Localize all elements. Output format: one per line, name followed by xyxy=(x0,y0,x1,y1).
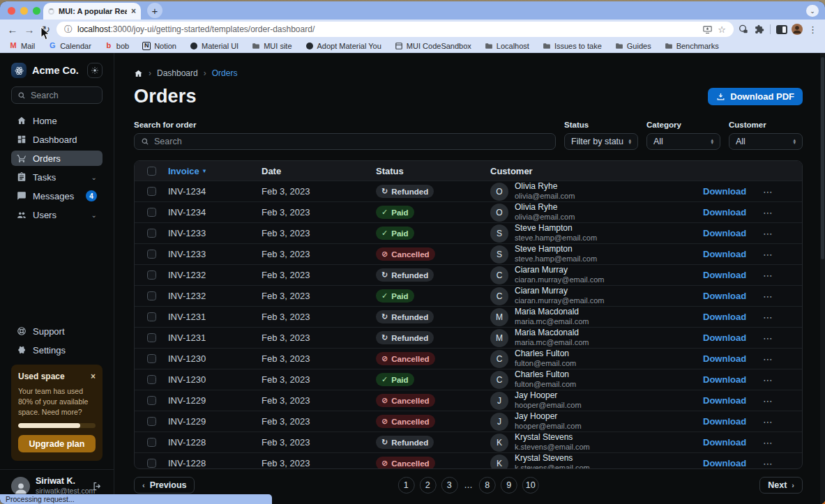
row-menu-kebab-icon[interactable]: ⋯ xyxy=(763,395,802,406)
row-menu-kebab-icon[interactable]: ⋯ xyxy=(763,374,802,385)
home-icon[interactable] xyxy=(134,69,143,78)
row-menu-kebab-icon[interactable]: ⋯ xyxy=(763,207,802,218)
address-bar[interactable]: ⓘ localhost:3000/joy-ui/getting-started/… xyxy=(56,22,734,37)
column-header-invoice[interactable]: Invoice ▾ xyxy=(168,166,262,176)
sidebar-search[interactable] xyxy=(11,86,103,104)
filter-select[interactable]: All ▴▾ xyxy=(646,133,720,150)
tab-strip-chevron-icon[interactable]: ⌄ xyxy=(806,5,819,17)
bookmark-item[interactable]: G Calendar xyxy=(48,42,91,50)
row-menu-kebab-icon[interactable]: ⋯ xyxy=(763,249,802,260)
bookmark-item[interactable]: Benchmarks xyxy=(665,42,719,50)
row-checkbox[interactable] xyxy=(147,208,156,217)
download-link[interactable]: Download xyxy=(703,249,746,259)
row-checkbox[interactable] xyxy=(147,438,156,447)
download-link[interactable]: Download xyxy=(703,416,746,427)
sidebar-nav-item[interactable]: Support xyxy=(11,323,103,339)
row-menu-kebab-icon[interactable]: ⋯ xyxy=(763,228,802,239)
download-link[interactable]: Download xyxy=(703,395,746,406)
extension-lock-icon[interactable] xyxy=(738,24,749,35)
close-icon[interactable]: × xyxy=(91,372,96,381)
row-menu-kebab-icon[interactable]: ⋯ xyxy=(763,416,802,427)
row-checkbox[interactable] xyxy=(147,333,156,342)
bookmark-item[interactable]: MUI CodeSandbox xyxy=(395,42,471,50)
sidebar-nav-item[interactable]: Users ⌄ xyxy=(11,207,103,222)
bookmark-item[interactable]: Adopt Material You xyxy=(305,42,381,50)
bookmark-item[interactable]: Material UI xyxy=(190,42,239,50)
close-window-button[interactable] xyxy=(8,7,15,15)
sidebar-search-input[interactable] xyxy=(31,91,96,100)
row-checkbox[interactable] xyxy=(147,396,156,405)
filter-select[interactable]: Filter by status ▴▾ xyxy=(564,133,638,150)
download-link[interactable]: Download xyxy=(703,333,746,343)
bookmark-item[interactable]: Guides xyxy=(615,42,651,50)
download-link[interactable]: Download xyxy=(703,186,746,197)
page-number-button[interactable]: 3 xyxy=(441,477,457,494)
download-pdf-button[interactable]: Download PDF xyxy=(708,88,803,105)
download-link[interactable]: Download xyxy=(703,312,746,322)
page-number-button[interactable]: … xyxy=(462,477,474,494)
order-search-input[interactable] xyxy=(154,137,549,146)
row-checkbox[interactable] xyxy=(147,417,156,426)
row-menu-kebab-icon[interactable]: ⋯ xyxy=(763,312,802,323)
download-link[interactable]: Download xyxy=(703,291,746,301)
row-checkbox[interactable] xyxy=(147,375,156,384)
row-menu-kebab-icon[interactable]: ⋯ xyxy=(763,458,802,469)
breadcrumb-item[interactable]: Dashboard xyxy=(157,68,198,78)
row-menu-kebab-icon[interactable]: ⋯ xyxy=(763,270,802,281)
row-checkbox[interactable] xyxy=(147,270,156,280)
download-link[interactable]: Download xyxy=(703,458,746,468)
row-menu-kebab-icon[interactable]: ⋯ xyxy=(763,353,802,365)
page-number-button[interactable]: 8 xyxy=(479,477,496,494)
bookmark-item[interactable]: b bob xyxy=(105,42,129,50)
tab-close-icon[interactable]: × xyxy=(131,7,136,15)
side-panel-icon[interactable] xyxy=(776,25,787,34)
row-menu-kebab-icon[interactable]: ⋯ xyxy=(763,333,802,344)
row-checkbox[interactable] xyxy=(147,354,156,363)
row-menu-kebab-icon[interactable]: ⋯ xyxy=(763,186,802,197)
download-link[interactable]: Download xyxy=(703,437,746,448)
page-number-button[interactable]: 1 xyxy=(398,477,414,494)
bookmark-item[interactable]: M Mail xyxy=(9,42,35,50)
bookmark-item[interactable]: N Notion xyxy=(142,42,176,50)
sidebar-nav-item[interactable]: Dashboard xyxy=(11,132,103,147)
row-checkbox[interactable] xyxy=(147,312,156,321)
sidebar-nav-item[interactable]: Messages 4 xyxy=(11,188,103,204)
bookmark-item[interactable]: MUI site xyxy=(252,42,292,50)
row-checkbox[interactable] xyxy=(147,229,156,238)
zoom-window-button[interactable] xyxy=(33,7,40,15)
bookmark-item[interactable]: Localhost xyxy=(485,42,529,50)
previous-page-button[interactable]: ‹ Previous xyxy=(134,477,195,494)
site-info-icon[interactable]: ⓘ xyxy=(64,24,73,36)
breadcrumb-item[interactable]: Orders xyxy=(212,68,238,78)
next-page-button[interactable]: Next › xyxy=(759,477,803,494)
back-button[interactable]: ← xyxy=(6,24,19,36)
download-link[interactable]: Download xyxy=(703,270,746,280)
filter-select[interactable]: All ▴▾ xyxy=(729,133,803,150)
page-number-button[interactable]: 2 xyxy=(419,477,436,494)
row-checkbox[interactable] xyxy=(147,250,156,259)
forward-button[interactable]: → xyxy=(23,24,36,36)
browser-tab[interactable]: MUI: A popular React UI fram × xyxy=(43,3,141,20)
download-link[interactable]: Download xyxy=(703,374,746,385)
download-link[interactable]: Download xyxy=(703,353,746,364)
minimize-window-button[interactable] xyxy=(20,7,28,15)
sidebar-nav-item[interactable]: Home xyxy=(11,113,103,128)
page-number-button[interactable]: 10 xyxy=(522,477,539,494)
sidebar-nav-item[interactable]: Settings xyxy=(11,342,103,358)
row-checkbox[interactable] xyxy=(147,459,156,468)
bookmark-star-icon[interactable]: ☆ xyxy=(718,24,726,35)
logout-icon[interactable] xyxy=(92,481,103,491)
browser-profile-avatar[interactable] xyxy=(792,24,803,35)
row-menu-kebab-icon[interactable]: ⋯ xyxy=(763,291,802,302)
sidebar-nav-item[interactable]: Tasks ⌄ xyxy=(11,169,103,185)
download-link[interactable]: Download xyxy=(703,228,746,238)
install-app-icon[interactable] xyxy=(702,24,713,35)
new-tab-button[interactable]: + xyxy=(147,3,162,18)
extensions-puzzle-icon[interactable] xyxy=(753,24,764,35)
download-link[interactable]: Download xyxy=(703,207,746,217)
page-number-button[interactable]: 9 xyxy=(501,477,517,494)
bookmark-item[interactable]: Issues to take xyxy=(543,42,602,50)
theme-toggle-button[interactable] xyxy=(87,63,103,78)
upgrade-plan-button[interactable]: Upgrade plan xyxy=(18,435,96,452)
order-search-field[interactable] xyxy=(134,133,556,150)
